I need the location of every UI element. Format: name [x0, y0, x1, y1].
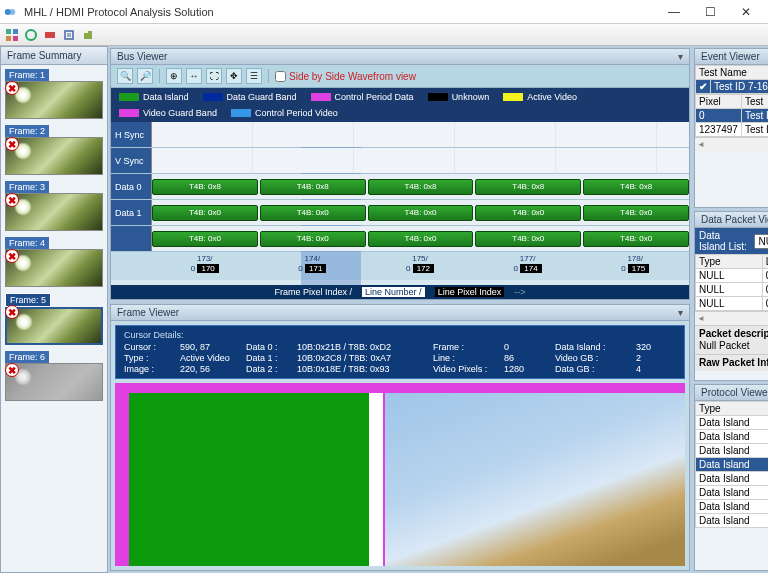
frame-item[interactable]: ✖ Frame: 1: [5, 69, 103, 119]
collapse-icon[interactable]: ▾: [678, 307, 683, 318]
toolbar-btn-2[interactable]: [23, 27, 39, 43]
table-row[interactable]: NULL0335: [696, 283, 769, 297]
toolbar-btn-3[interactable]: [42, 27, 58, 43]
data-block[interactable]: T4B: 0x8: [368, 179, 474, 195]
table-row[interactable]: Data Island0x2CC0x29: [696, 472, 769, 486]
delete-frame-icon[interactable]: ✖: [5, 363, 19, 377]
delete-frame-icon[interactable]: ✖: [5, 193, 19, 207]
close-button[interactable]: ✕: [728, 1, 764, 23]
data-block[interactable]: T4B: 0x0: [583, 205, 689, 221]
legend-item: Unknown: [428, 92, 490, 102]
expand-all-icon[interactable]: ✥: [226, 68, 242, 84]
scrollbar-h[interactable]: [695, 137, 768, 151]
table-row[interactable]: Data Island0x2CC0x29: [696, 458, 769, 472]
frame-item[interactable]: ✖ Frame: 3: [5, 181, 103, 231]
data-block[interactable]: T4B: 0x0: [368, 231, 474, 247]
data-block[interactable]: T4B: 0x0: [260, 205, 366, 221]
frame-thumbnail[interactable]: [5, 307, 103, 345]
cursor-details: Cursor Details: Cursor :590, 87 Data 0 :…: [115, 325, 685, 379]
frame-item[interactable]: ✖ Frame: 6: [5, 351, 103, 401]
data-block[interactable]: T4B: 0x8: [260, 179, 366, 195]
data-block[interactable]: T4B: 0x0: [260, 231, 366, 247]
expand-h-icon[interactable]: ↔: [186, 68, 202, 84]
track-body[interactable]: [151, 122, 689, 147]
footer-label: Frame Pixel Index /: [275, 287, 353, 297]
delete-frame-icon[interactable]: ✖: [5, 249, 19, 263]
data-block[interactable]: T4B: 0x0: [583, 231, 689, 247]
track-body[interactable]: T4B: 0x0 T4B: 0x0 T4B: 0x0 T4B: 0x0 T4B:…: [151, 200, 689, 225]
toggle-icon[interactable]: ☰: [246, 68, 262, 84]
track-body[interactable]: [151, 148, 689, 173]
frame-item[interactable]: ✖ Frame: 2: [5, 125, 103, 175]
col-test-name[interactable]: Test Name: [696, 66, 769, 80]
legend-item: Data Island: [119, 92, 189, 102]
table-row[interactable]: Data Island0x2CC0x29: [696, 444, 769, 458]
toolbar-btn-1[interactable]: [4, 27, 20, 43]
svg-rect-2: [6, 29, 11, 34]
zoom-out-icon[interactable]: 🔎: [137, 68, 153, 84]
data-island-list-bar: Data Island List: NULL, Audio Clock: [695, 228, 768, 254]
table-row[interactable]: Data Island0x2CC0x29: [696, 416, 769, 430]
table-row[interactable]: Data Island0x2CC0x29: [696, 486, 769, 500]
scrollbar-h[interactable]: [695, 311, 768, 325]
data-block[interactable]: T4B: 0x8: [475, 179, 581, 195]
data-block[interactable]: T4B: 0x0: [475, 205, 581, 221]
col-line[interactable]: Line: [762, 255, 768, 269]
fit-icon[interactable]: ⛶: [206, 68, 222, 84]
frame-thumbnail[interactable]: [5, 249, 103, 287]
track-label: V Sync: [111, 148, 151, 173]
protocol-viewer-panel: Protocol Viewer▾ TypeD0 DataD1 Data Isla…: [694, 384, 768, 571]
frame-render[interactable]: [115, 383, 685, 566]
table-row[interactable]: Data Island0x2CC0x29: [696, 430, 769, 444]
table-row[interactable]: Data Island0x2CC0x29: [696, 500, 769, 514]
data-block[interactable]: T4B: 0x0: [152, 231, 258, 247]
table-row[interactable]: 0Test ID 7-16: Legal Codes: [696, 109, 769, 123]
data-block[interactable]: T4B: 0x0: [475, 231, 581, 247]
bus-viewer-title: Bus Viewer ▾: [111, 49, 689, 65]
data-block[interactable]: T4B: 0x0: [368, 205, 474, 221]
track-body[interactable]: T4B: 0x0 T4B: 0x0 T4B: 0x0 T4B: 0x0 T4B:…: [151, 226, 689, 251]
frame-thumbnail[interactable]: [5, 193, 103, 231]
data-block[interactable]: T4B: 0x8: [152, 179, 258, 195]
frame-list[interactable]: ✖ Frame: 1 ✖ Frame: 2 ✖ Frame: 3 ✖ Frame…: [1, 65, 107, 572]
delete-frame-icon[interactable]: ✖: [5, 137, 19, 151]
toolbar-btn-4[interactable]: [61, 27, 77, 43]
frame-thumbnail[interactable]: [5, 137, 103, 175]
col-test[interactable]: Test: [741, 95, 768, 109]
frame-item[interactable]: ✖ Frame: 4: [5, 237, 103, 287]
titlebar: MHL / HDMI Protocol Analysis Solution — …: [0, 0, 768, 24]
maximize-button[interactable]: ☐: [692, 1, 728, 23]
toolbar-btn-5[interactable]: [80, 27, 96, 43]
side-by-side-input[interactable]: [275, 71, 286, 82]
collapse-icon[interactable]: ▾: [678, 51, 683, 62]
frame-thumbnail[interactable]: [5, 363, 103, 401]
bus-tracks[interactable]: H Sync V Sync Data 0 T4B: 0x8 T4B: 0x8 T…: [111, 122, 689, 285]
data-island-select[interactable]: NULL, Audio Clock: [754, 234, 768, 249]
table-row[interactable]: NULL0335: [696, 297, 769, 311]
track-hsync: H Sync: [111, 122, 689, 148]
col-pixel[interactable]: Pixel: [696, 95, 742, 109]
side-by-side-checkbox[interactable]: Side by Side Wavefrom view: [275, 71, 416, 82]
table-row[interactable]: NULL0335: [696, 269, 769, 283]
frame-item[interactable]: ✖ Frame: 5: [5, 293, 103, 345]
col-type[interactable]: Type: [696, 402, 769, 416]
data-block[interactable]: T4B: 0x0: [152, 205, 258, 221]
track-body[interactable]: T4B: 0x8 T4B: 0x8 T4B: 0x8 T4B: 0x8 T4B:…: [151, 174, 689, 199]
minimize-button[interactable]: —: [656, 1, 692, 23]
frame-label: Frame: 2: [5, 125, 49, 137]
zoom-in-icon[interactable]: 🔍: [117, 68, 133, 84]
col-type[interactable]: Type: [696, 255, 763, 269]
table-row[interactable]: 1237497Test ID 7-16: Legal Codes: [696, 123, 769, 137]
zoom-tool-icon[interactable]: ⊕: [166, 68, 182, 84]
table-row[interactable]: Data Island0x2CC0x29: [696, 514, 769, 528]
frame-thumbnail[interactable]: [5, 81, 103, 119]
svg-rect-5: [13, 36, 18, 41]
delete-frame-icon[interactable]: ✖: [5, 81, 19, 95]
main-toolbar: [0, 24, 768, 46]
track-data0: Data 0 T4B: 0x8 T4B: 0x8 T4B: 0x8 T4B: 0…: [111, 174, 689, 200]
test-name-value[interactable]: Test ID 7-16: Legal Cod: [711, 80, 769, 94]
data-block[interactable]: T4B: 0x8: [583, 179, 689, 195]
legend-item: Video Guard Band: [119, 108, 217, 118]
delete-frame-icon[interactable]: ✖: [5, 305, 19, 319]
svg-rect-7: [45, 32, 55, 38]
